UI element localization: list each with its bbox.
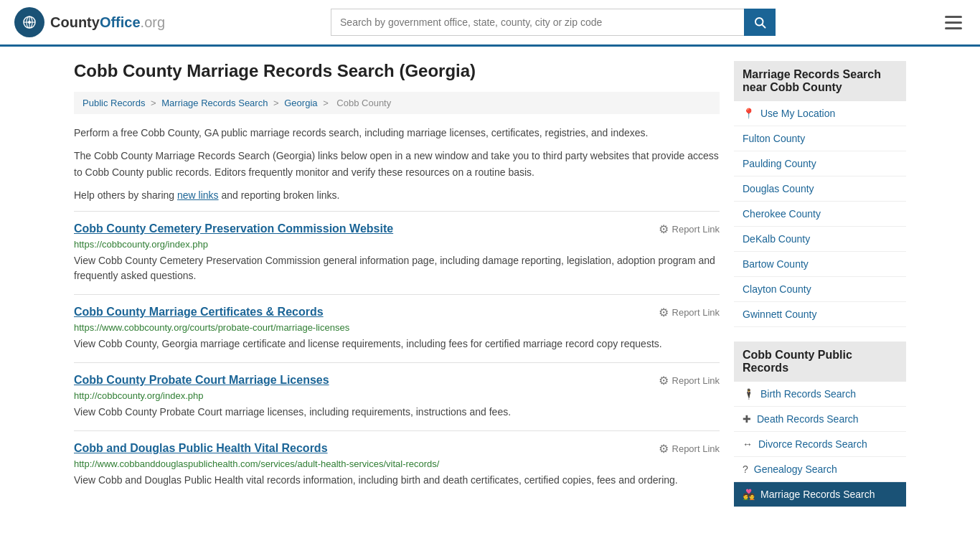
record-item: Cobb County Cemetery Preservation Commis… — [74, 211, 720, 294]
search-button[interactable] — [744, 9, 776, 36]
sidebar-item-clayton[interactable]: Clayton County — [734, 277, 906, 302]
sidebar-item-divorce-records[interactable]: ↔ Divorce Records Search — [734, 432, 906, 457]
record-url-2[interactable]: http://cobbcounty.org/index.php — [74, 390, 720, 401]
breadcrumb-public-records[interactable]: Public Records — [83, 98, 145, 108]
record-title-3[interactable]: Cobb and Douglas Public Health Vital Rec… — [74, 442, 328, 455]
breadcrumb-sep-1: > — [151, 98, 159, 108]
breadcrumb: Public Records > Marriage Records Search… — [74, 92, 720, 114]
nearby-label-1: Fulton County — [743, 133, 805, 144]
pr-label-4: Marriage Records Search — [760, 489, 875, 500]
site-header: CountyOffice.org — [0, 0, 980, 47]
sidebar-item-birth-records[interactable]: 🕴 Birth Records Search — [734, 382, 906, 407]
menu-line-2 — [945, 22, 962, 24]
sidebar-item-genealogy[interactable]: ? Genealogy Search — [734, 457, 906, 482]
report-label-0: Report Link — [672, 224, 720, 235]
report-link-1[interactable]: ⚙ Report Link — [659, 306, 720, 319]
desc3-suffix: and reporting broken links. — [219, 189, 340, 201]
report-icon-0: ⚙ — [659, 222, 669, 236]
logo-icon — [14, 7, 44, 37]
death-icon: ✚ — [743, 413, 751, 425]
search-icon — [753, 16, 766, 29]
sidebar-item-douglas[interactable]: Douglas County — [734, 176, 906, 202]
record-item: Cobb and Douglas Public Health Vital Rec… — [74, 430, 720, 499]
record-title-1[interactable]: Cobb County Marriage Certificates & Reco… — [74, 306, 324, 319]
record-item: Cobb County Marriage Certificates & Reco… — [74, 294, 720, 362]
breadcrumb-sep-2: > — [273, 98, 281, 108]
new-links-link[interactable]: new links — [177, 189, 219, 201]
pr-label-0: Birth Records Search — [760, 388, 856, 400]
nearby-label-0: Use My Location — [760, 108, 835, 119]
record-url-1[interactable]: https://www.cobbcounty.org/courts/probat… — [74, 322, 720, 333]
content-area: Cobb County Marriage Records Search (Geo… — [74, 61, 720, 522]
pr-label-1: Death Records Search — [757, 413, 859, 425]
birth-icon: 🕴 — [743, 388, 755, 400]
record-header: Cobb County Cemetery Preservation Commis… — [74, 222, 720, 236]
record-desc-3: View Cobb and Douglas Public Health vita… — [74, 473, 720, 488]
sidebar-item-death-records[interactable]: ✚ Death Records Search — [734, 407, 906, 432]
nearby-label-6: Bartow County — [743, 258, 809, 270]
menu-line-1 — [945, 16, 962, 18]
report-icon-2: ⚙ — [659, 374, 669, 387]
pr-label-2: Divorce Records Search — [758, 438, 867, 450]
sidebar: Marriage Records Search near Cobb County… — [734, 61, 906, 522]
genealogy-icon: ? — [743, 463, 748, 475]
nearby-list: 📍 Use My Location Fulton County Paulding… — [734, 101, 906, 327]
report-label-3: Report Link — [672, 443, 720, 454]
sidebar-item-marriage-records[interactable]: 💑 Marriage Records Search — [734, 482, 906, 507]
report-label-1: Report Link — [672, 307, 720, 318]
page-title: Cobb County Marriage Records Search (Geo… — [74, 61, 720, 81]
sidebar-item-bartow[interactable]: Bartow County — [734, 252, 906, 277]
sidebar-item-cherokee[interactable]: Cherokee County — [734, 202, 906, 227]
report-icon-3: ⚙ — [659, 442, 669, 456]
sidebar-item-paulding[interactable]: Paulding County — [734, 151, 906, 176]
report-link-0[interactable]: ⚙ Report Link — [659, 222, 720, 236]
nearby-title: Marriage Records Search near Cobb County — [734, 61, 906, 101]
nearby-label-5: DeKalb County — [743, 233, 810, 245]
sidebar-item-dekalb[interactable]: DeKalb County — [734, 227, 906, 252]
breadcrumb-cobb: Cobb County — [336, 98, 391, 108]
nearby-label-8: Gwinnett County — [743, 309, 817, 320]
record-header: Cobb and Douglas Public Health Vital Rec… — [74, 442, 720, 456]
sidebar-item-fulton[interactable]: Fulton County — [734, 126, 906, 151]
pr-label-3: Genealogy Search — [754, 463, 837, 475]
description-2: The Cobb County Marriage Records Search … — [74, 148, 720, 180]
record-desc-2: View Cobb County Probate Court marriage … — [74, 405, 720, 420]
record-desc-0: View Cobb County Cemetery Preservation C… — [74, 253, 720, 283]
breadcrumb-sep-3: > — [323, 98, 331, 108]
breadcrumb-georgia[interactable]: Georgia — [284, 98, 317, 108]
search-area — [331, 9, 776, 36]
divorce-icon: ↔ — [743, 438, 753, 450]
record-item: Cobb County Probate Court Marriage Licen… — [74, 362, 720, 430]
public-records-list: 🕴 Birth Records Search ✚ Death Records S… — [734, 382, 906, 507]
logo-text: CountyOffice.org — [50, 14, 165, 31]
nearby-label-3: Douglas County — [743, 183, 814, 194]
location-icon: 📍 — [743, 108, 755, 119]
nearby-label-7: Clayton County — [743, 283, 811, 295]
records-list: Cobb County Cemetery Preservation Commis… — [74, 211, 720, 499]
hamburger-menu-button[interactable] — [941, 12, 966, 33]
report-label-2: Report Link — [672, 375, 720, 386]
report-icon-1: ⚙ — [659, 306, 669, 319]
nearby-label-2: Paulding County — [743, 158, 816, 169]
main-container: Cobb County Marriage Records Search (Geo… — [60, 47, 920, 536]
menu-line-3 — [945, 27, 962, 29]
nearby-label-4: Cherokee County — [743, 208, 821, 220]
record-title-0[interactable]: Cobb County Cemetery Preservation Commis… — [74, 222, 393, 235]
record-url-3[interactable]: http://www.cobbanddouglaspublichealth.co… — [74, 458, 720, 469]
search-input[interactable] — [331, 9, 744, 36]
breadcrumb-marriage-records[interactable]: Marriage Records Search — [161, 98, 268, 108]
svg-line-7 — [762, 24, 765, 27]
desc3-prefix: Help others by sharing — [74, 189, 177, 201]
record-url-0[interactable]: https://cobbcounty.org/index.php — [74, 239, 720, 250]
logo[interactable]: CountyOffice.org — [14, 7, 165, 37]
record-title-2[interactable]: Cobb County Probate Court Marriage Licen… — [74, 374, 329, 387]
description-1: Perform a free Cobb County, GA public ma… — [74, 125, 720, 141]
record-desc-1: View Cobb County, Georgia marriage certi… — [74, 336, 720, 352]
report-link-3[interactable]: ⚙ Report Link — [659, 442, 720, 456]
sidebar-item-gwinnett[interactable]: Gwinnett County — [734, 302, 906, 327]
sidebar-item-use-location[interactable]: 📍 Use My Location — [734, 101, 906, 126]
report-link-2[interactable]: ⚙ Report Link — [659, 374, 720, 387]
public-records-section: Cobb County Public Records 🕴 Birth Recor… — [734, 342, 906, 507]
description-3: Help others by sharing new links and rep… — [74, 187, 720, 203]
svg-point-5 — [28, 21, 31, 24]
